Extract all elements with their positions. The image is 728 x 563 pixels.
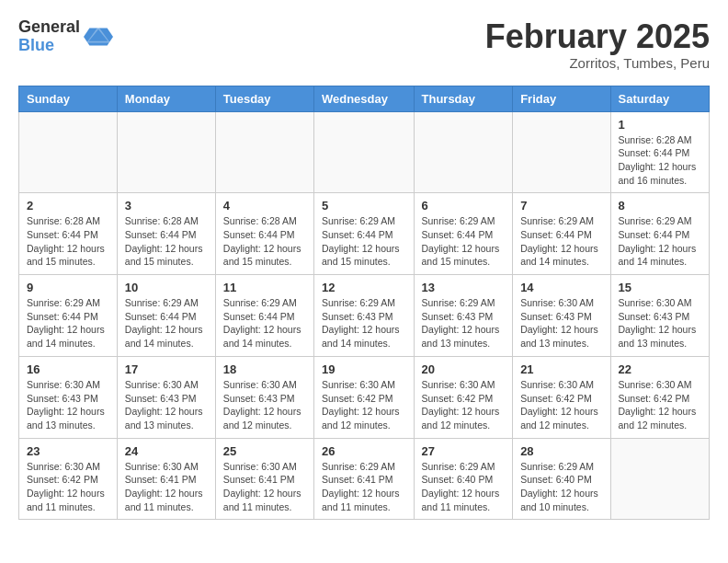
day-number: 28 [520,444,602,458]
day-info: Sunrise: 6:29 AM Sunset: 6:41 PM Dayligh… [322,460,406,514]
day-number: 21 [520,362,602,376]
day-info: Sunrise: 6:30 AM Sunset: 6:42 PM Dayligh… [322,378,406,432]
day-number: 9 [27,281,109,294]
logo-icon [84,22,113,52]
logo-text: General Blue [18,18,80,55]
header-thursday: Thursday [414,86,513,111]
day-info: Sunrise: 6:30 AM Sunset: 6:41 PM Dayligh… [223,460,306,514]
day-number: 7 [520,199,602,213]
calendar-cell [414,111,513,193]
calendar-cell [19,111,118,193]
day-number: 13 [422,281,506,294]
calendar-cell: 10Sunrise: 6:29 AM Sunset: 6:44 PM Dayli… [117,275,215,357]
logo-general: General [18,18,80,37]
day-number: 26 [322,444,406,458]
calendar-body: 1Sunrise: 6:28 AM Sunset: 6:44 PM Daylig… [19,111,710,520]
day-info: Sunrise: 6:30 AM Sunset: 6:43 PM Dayligh… [223,378,306,432]
calendar-cell: 21Sunrise: 6:30 AM Sunset: 6:42 PM Dayli… [513,356,610,438]
day-info: Sunrise: 6:28 AM Sunset: 6:44 PM Dayligh… [125,214,208,269]
header-monday: Monday [117,86,215,111]
day-number: 24 [125,444,208,458]
calendar-cell: 28Sunrise: 6:29 AM Sunset: 6:40 PM Dayli… [513,438,610,520]
calendar-cell: 20Sunrise: 6:30 AM Sunset: 6:42 PM Dayli… [414,356,513,438]
week-row-2: 2Sunrise: 6:28 AM Sunset: 6:44 PM Daylig… [19,193,710,275]
header-tuesday: Tuesday [215,86,313,111]
calendar-cell: 25Sunrise: 6:30 AM Sunset: 6:41 PM Dayli… [215,438,313,520]
day-number: 3 [125,199,208,213]
calendar-cell: 24Sunrise: 6:30 AM Sunset: 6:41 PM Dayli… [117,438,215,520]
day-info: Sunrise: 6:30 AM Sunset: 6:43 PM Dayligh… [27,378,109,432]
calendar-cell: 27Sunrise: 6:29 AM Sunset: 6:40 PM Dayli… [414,438,513,520]
day-info: Sunrise: 6:30 AM Sunset: 6:43 PM Dayligh… [520,296,602,350]
week-row-5: 23Sunrise: 6:30 AM Sunset: 6:42 PM Dayli… [19,438,710,520]
day-info: Sunrise: 6:29 AM Sunset: 6:44 PM Dayligh… [619,214,701,269]
calendar-cell: 18Sunrise: 6:30 AM Sunset: 6:43 PM Dayli… [215,356,313,438]
logo-blue: Blue [18,37,80,55]
location: Zorritos, Tumbes, Peru [485,55,710,71]
day-info: Sunrise: 6:28 AM Sunset: 6:44 PM Dayligh… [27,214,109,269]
day-number: 17 [125,362,208,376]
calendar-cell: 14Sunrise: 6:30 AM Sunset: 6:43 PM Dayli… [513,275,610,357]
page-header: General Blue February 2025 Zorritos, Tum… [18,18,710,71]
week-row-4: 16Sunrise: 6:30 AM Sunset: 6:43 PM Dayli… [19,356,710,438]
day-number: 1 [619,118,701,132]
day-info: Sunrise: 6:29 AM Sunset: 6:44 PM Dayligh… [520,214,602,269]
week-row-3: 9Sunrise: 6:29 AM Sunset: 6:44 PM Daylig… [19,275,710,357]
calendar-cell: 8Sunrise: 6:29 AM Sunset: 6:44 PM Daylig… [610,193,709,275]
day-number: 4 [223,199,306,213]
day-info: Sunrise: 6:29 AM Sunset: 6:40 PM Dayligh… [520,460,602,514]
day-info: Sunrise: 6:29 AM Sunset: 6:43 PM Dayligh… [422,296,506,350]
calendar-cell: 16Sunrise: 6:30 AM Sunset: 6:43 PM Dayli… [19,356,118,438]
day-number: 8 [619,199,701,213]
calendar-cell: 26Sunrise: 6:29 AM Sunset: 6:41 PM Dayli… [313,438,414,520]
day-info: Sunrise: 6:30 AM Sunset: 6:42 PM Dayligh… [422,378,506,432]
day-number: 12 [322,281,406,294]
day-info: Sunrise: 6:29 AM Sunset: 6:40 PM Dayligh… [422,460,506,514]
day-number: 14 [520,281,602,294]
day-info: Sunrise: 6:29 AM Sunset: 6:44 PM Dayligh… [27,296,109,350]
day-info: Sunrise: 6:30 AM Sunset: 6:43 PM Dayligh… [619,296,701,350]
day-info: Sunrise: 6:30 AM Sunset: 6:42 PM Dayligh… [27,460,109,514]
day-info: Sunrise: 6:30 AM Sunset: 6:42 PM Dayligh… [619,378,701,432]
day-info: Sunrise: 6:29 AM Sunset: 6:43 PM Dayligh… [322,296,406,350]
day-info: Sunrise: 6:28 AM Sunset: 6:44 PM Dayligh… [619,133,701,188]
calendar: SundayMondayTuesdayWednesdayThursdayFrid… [18,86,710,521]
week-row-1: 1Sunrise: 6:28 AM Sunset: 6:44 PM Daylig… [19,111,710,193]
day-info: Sunrise: 6:30 AM Sunset: 6:42 PM Dayligh… [520,378,602,432]
calendar-cell: 6Sunrise: 6:29 AM Sunset: 6:44 PM Daylig… [414,193,513,275]
day-number: 11 [223,281,306,294]
calendar-cell: 19Sunrise: 6:30 AM Sunset: 6:42 PM Dayli… [313,356,414,438]
day-number: 15 [619,281,701,294]
header-friday: Friday [513,86,610,111]
calendar-cell: 23Sunrise: 6:30 AM Sunset: 6:42 PM Dayli… [19,438,118,520]
header-wednesday: Wednesday [313,86,414,111]
day-number: 19 [322,362,406,376]
calendar-cell: 7Sunrise: 6:29 AM Sunset: 6:44 PM Daylig… [513,193,610,275]
calendar-cell: 15Sunrise: 6:30 AM Sunset: 6:43 PM Dayli… [610,275,709,357]
calendar-cell [215,111,313,193]
calendar-cell: 1Sunrise: 6:28 AM Sunset: 6:44 PM Daylig… [610,111,709,193]
day-number: 25 [223,444,306,458]
header-saturday: Saturday [610,86,709,111]
calendar-cell [513,111,610,193]
header-row: SundayMondayTuesdayWednesdayThursdayFrid… [19,86,710,111]
calendar-cell: 5Sunrise: 6:29 AM Sunset: 6:44 PM Daylig… [313,193,414,275]
day-info: Sunrise: 6:29 AM Sunset: 6:44 PM Dayligh… [322,214,406,269]
day-number: 6 [422,199,506,213]
calendar-cell: 2Sunrise: 6:28 AM Sunset: 6:44 PM Daylig… [19,193,118,275]
day-number: 2 [27,199,109,213]
day-number: 20 [422,362,506,376]
calendar-cell: 22Sunrise: 6:30 AM Sunset: 6:42 PM Dayli… [610,356,709,438]
calendar-cell: 3Sunrise: 6:28 AM Sunset: 6:44 PM Daylig… [117,193,215,275]
logo: General Blue [18,18,113,55]
day-info: Sunrise: 6:30 AM Sunset: 6:43 PM Dayligh… [125,378,208,432]
day-number: 16 [27,362,109,376]
calendar-cell [117,111,215,193]
day-info: Sunrise: 6:29 AM Sunset: 6:44 PM Dayligh… [125,296,208,350]
calendar-cell: 11Sunrise: 6:29 AM Sunset: 6:44 PM Dayli… [215,275,313,357]
day-number: 27 [422,444,506,458]
calendar-cell: 4Sunrise: 6:28 AM Sunset: 6:44 PM Daylig… [215,193,313,275]
title-block: February 2025 Zorritos, Tumbes, Peru [485,18,710,71]
day-info: Sunrise: 6:29 AM Sunset: 6:44 PM Dayligh… [422,214,506,269]
day-number: 22 [619,362,701,376]
